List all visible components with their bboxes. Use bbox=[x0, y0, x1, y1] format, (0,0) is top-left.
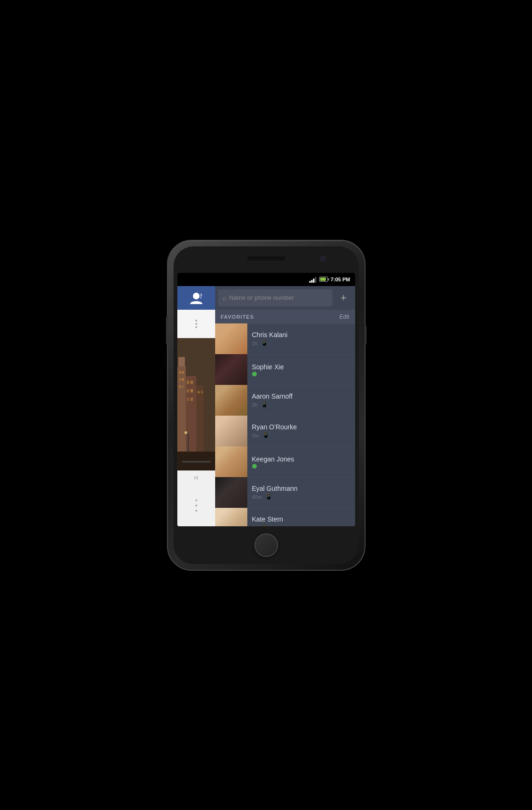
contact-row-eyal-guthmann[interactable]: Eyal Guthmann 40m 📱 bbox=[215, 478, 355, 508]
main-list[interactable]: FAVORITES Edit Chris Kalani 1h 📱 bbox=[215, 310, 355, 526]
contact-name: Keegan Jones bbox=[252, 455, 350, 463]
sidebar: nt bbox=[177, 310, 215, 526]
contact-time: 1h bbox=[252, 340, 258, 346]
add-contact-button[interactable]: + bbox=[335, 289, 352, 306]
screen: 7:05 PM ⌕ Name or phone number bbox=[177, 273, 355, 526]
device-icon: 📱 bbox=[261, 340, 268, 347]
contact-info-keegan-jones: Keegan Jones bbox=[247, 455, 355, 469]
contact-meta: 3m 📱 bbox=[252, 432, 350, 439]
contact-name: Chris Kalani bbox=[252, 331, 350, 339]
svg-rect-21 bbox=[201, 391, 203, 393]
avatar-kate-stern bbox=[215, 508, 247, 526]
contact-name: Kate Stern bbox=[252, 515, 350, 523]
search-icon: ⌕ bbox=[223, 294, 227, 302]
top-bar: ⌕ Name or phone number + bbox=[177, 286, 355, 310]
online-indicator bbox=[252, 372, 257, 376]
sidebar-dots-bottom bbox=[194, 498, 198, 513]
contact-name: Eyal Guthmann bbox=[252, 485, 350, 492]
volume-button[interactable] bbox=[166, 316, 168, 345]
contact-row-chris-kalani[interactable]: Chris Kalani 1h 📱 bbox=[215, 324, 355, 355]
contact-info-chris-kalani: Chris Kalani 1h 📱 bbox=[247, 331, 355, 347]
online-indicator bbox=[252, 464, 257, 469]
contact-name: Aaron Sarnoff bbox=[252, 392, 350, 400]
sidebar-bottom: nt bbox=[177, 470, 215, 526]
svg-point-24 bbox=[184, 431, 187, 434]
contact-info-ryan-orourke: Ryan O'Rourke 3m 📱 bbox=[247, 423, 355, 439]
contact-meta bbox=[252, 372, 350, 376]
contact-info-kate-stern: Kate Stern 1h 📱 bbox=[247, 515, 355, 526]
svg-rect-26 bbox=[182, 461, 210, 462]
add-icon: + bbox=[340, 292, 347, 304]
city-svg bbox=[177, 338, 215, 470]
home-area bbox=[174, 526, 359, 564]
sidebar-top bbox=[177, 310, 215, 338]
favorites-header: FAVORITES Edit bbox=[215, 310, 355, 324]
contact-meta: 40m 📱 bbox=[252, 493, 350, 500]
contact-name: Sophie Xie bbox=[252, 363, 350, 371]
power-button[interactable] bbox=[365, 326, 366, 345]
home-button[interactable] bbox=[254, 533, 278, 557]
speaker-grille bbox=[247, 257, 285, 261]
svg-rect-13 bbox=[187, 381, 189, 384]
svg-rect-9 bbox=[182, 378, 184, 381]
contact-row-keegan-jones[interactable]: Keegan Jones bbox=[215, 447, 355, 478]
contact-meta bbox=[252, 464, 350, 469]
sidebar-label: nt bbox=[194, 475, 198, 480]
avatar-sophie-xie bbox=[215, 354, 247, 385]
svg-rect-16 bbox=[191, 389, 193, 392]
front-camera bbox=[320, 256, 326, 261]
svg-rect-7 bbox=[182, 371, 184, 374]
phone-frame: 7:05 PM ⌕ Name or phone number bbox=[167, 240, 366, 571]
svg-rect-5 bbox=[178, 357, 185, 366]
svg-rect-20 bbox=[198, 391, 200, 393]
signal-icon bbox=[309, 276, 316, 283]
sidebar-dots-top bbox=[195, 320, 197, 328]
contacts-button[interactable] bbox=[177, 286, 215, 310]
device-icon: 📱 bbox=[261, 401, 268, 408]
search-placeholder: Name or phone number bbox=[229, 294, 294, 301]
avatar-keegan-jones bbox=[215, 446, 247, 477]
contacts-icon bbox=[188, 290, 204, 306]
avatar-ryan-orourke bbox=[215, 416, 247, 446]
contact-time: 40m bbox=[252, 494, 262, 500]
phone-body: 7:05 PM ⌕ Name or phone number bbox=[174, 246, 359, 564]
battery-icon bbox=[319, 277, 328, 282]
battery-level bbox=[320, 278, 326, 281]
contact-info-aaron-sarnoff: Aaron Sarnoff 3h 📱 bbox=[247, 392, 355, 408]
content-area: nt FAVORITES Edit bbox=[177, 310, 355, 526]
avatar-chris-kalani bbox=[215, 323, 247, 354]
contact-row-aaron-sarnoff[interactable]: Aaron Sarnoff 3h 📱 bbox=[215, 385, 355, 416]
contact-row-kate-stern[interactable]: Kate Stern 1h 📱 bbox=[215, 508, 355, 526]
device-icon: 📱 bbox=[262, 432, 270, 439]
contact-name: Ryan O'Rourke bbox=[252, 423, 350, 431]
device-icon: 📱 bbox=[265, 493, 272, 500]
favorites-edit-button[interactable]: Edit bbox=[340, 314, 349, 320]
status-bar: 7:05 PM bbox=[177, 273, 355, 286]
contact-row-sophie-xie[interactable]: Sophie Xie bbox=[215, 355, 355, 385]
contact-info-sophie-xie: Sophie Xie bbox=[247, 363, 355, 376]
contact-info-eyal-guthmann: Eyal Guthmann 40m 📱 bbox=[247, 485, 355, 500]
avatar-aaron-sarnoff bbox=[215, 385, 247, 416]
svg-rect-14 bbox=[191, 381, 193, 384]
svg-rect-18 bbox=[191, 398, 193, 401]
svg-rect-2 bbox=[201, 295, 202, 296]
status-time: 7:05 PM bbox=[331, 277, 350, 282]
svg-rect-11 bbox=[182, 385, 184, 388]
contact-time: 3h bbox=[252, 402, 258, 408]
contact-meta: 1h 📱 bbox=[252, 340, 350, 347]
search-bar[interactable]: ⌕ Name or phone number bbox=[218, 289, 332, 306]
contact-meta: 3h 📱 bbox=[252, 401, 350, 408]
svg-rect-17 bbox=[187, 398, 189, 401]
sidebar-city-photo bbox=[177, 338, 215, 470]
favorites-title: FAVORITES bbox=[221, 314, 254, 320]
svg-rect-8 bbox=[179, 378, 181, 381]
svg-point-0 bbox=[193, 293, 200, 299]
svg-rect-10 bbox=[179, 385, 181, 388]
svg-rect-15 bbox=[187, 389, 189, 392]
contact-time: 3m bbox=[252, 433, 259, 438]
contact-row-ryan-orourke[interactable]: Ryan O'Rourke 3m 📱 bbox=[215, 416, 355, 447]
svg-rect-6 bbox=[179, 371, 181, 374]
svg-rect-1 bbox=[201, 293, 201, 299]
avatar-eyal-guthmann bbox=[215, 477, 247, 508]
